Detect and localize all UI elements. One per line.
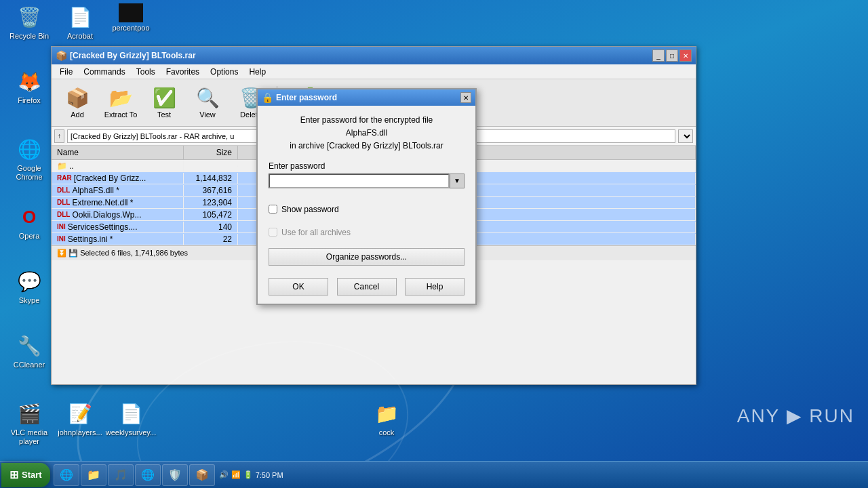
maximize-button[interactable]: □: [666, 49, 678, 62]
show-password-label[interactable]: Show password: [281, 205, 339, 214]
dialog-info: Enter password for the encrypted file Al…: [269, 114, 465, 153]
menu-bar: File Commands Tools Favorites Options He…: [52, 64, 696, 79]
anyrun-logo: ANY ▶ RUN: [737, 405, 854, 427]
dialog-body: Enter password for the encrypted file Al…: [258, 106, 475, 304]
dialog-buttons: OK Cancel Help: [269, 278, 465, 296]
winrar-title-icon: 📦: [56, 50, 67, 61]
vlc-icon[interactable]: 🎬 VLC media player: [5, 400, 53, 446]
show-password-row: Show password: [269, 205, 465, 214]
toolbar-view-button[interactable]: 🔍 View: [187, 84, 228, 121]
tray-volume-icon: 📶: [231, 470, 241, 479]
taskbar-media-button[interactable]: 🎵: [108, 464, 134, 486]
start-button[interactable]: ⊞ Start: [1, 463, 50, 487]
password-input[interactable]: [269, 174, 450, 188]
password-dropdown-button[interactable]: ▼: [450, 174, 465, 188]
dialog-icon: 🔒: [262, 92, 273, 103]
help-button[interactable]: Help: [405, 278, 465, 296]
organize-passwords-button[interactable]: Organize passwords...: [269, 248, 465, 266]
percentpoo-icon[interactable]: percentpoo: [107, 3, 155, 33]
johnplayer-icon[interactable]: 📝 johnplayers...: [56, 400, 104, 437]
window-controls: _ □ ✕: [652, 49, 692, 62]
password-label: Enter password: [269, 161, 465, 171]
minimize-button[interactable]: _: [652, 49, 665, 62]
media-icon: 🎵: [114, 468, 127, 481]
taskbar-ie-button[interactable]: 🌐: [54, 464, 79, 486]
cock-folder-icon[interactable]: 📁 cock: [363, 400, 410, 437]
weeklysurvey-icon[interactable]: 📄 weeklysurvey...: [107, 400, 155, 437]
chrome-taskbar-icon: 🌐: [141, 468, 155, 481]
acrobat-icon[interactable]: 📄 Acrobat: [56, 3, 104, 41]
address-up-button[interactable]: ↑: [54, 129, 64, 143]
password-dialog: 🔒 Enter password ✕ Enter password for th…: [256, 88, 477, 305]
ccleaner-icon[interactable]: 🔧 CCleaner: [5, 332, 53, 369]
menu-file[interactable]: File: [54, 66, 78, 78]
ie-icon: 🌐: [60, 468, 73, 481]
menu-favorites[interactable]: Favorites: [161, 66, 205, 78]
dialog-close-button[interactable]: ✕: [460, 92, 471, 103]
close-button[interactable]: ✕: [679, 49, 692, 62]
address-dropdown[interactable]: [678, 129, 693, 143]
dialog-info-line2: AlphaFS.dll: [269, 127, 465, 140]
start-label: Start: [22, 470, 42, 480]
menu-help[interactable]: Help: [243, 66, 271, 78]
toolbar-test-button[interactable]: ✅ Test: [144, 84, 184, 121]
explorer-icon: 📁: [87, 468, 100, 481]
use-for-all-label: Use for all archives: [281, 228, 351, 237]
security-icon: 🛡️: [168, 468, 182, 481]
menu-options[interactable]: Options: [205, 66, 243, 78]
tray-time: 7:50 PM: [256, 471, 283, 479]
windows-logo-icon: ⊞: [9, 468, 18, 481]
ok-button[interactable]: OK: [269, 278, 328, 296]
taskbar: ⊞ Start 🌐 📁 🎵 🌐 🛡️ 📦 🔊 📶 🔋 7:50 PM: [0, 461, 868, 488]
google-chrome-icon[interactable]: 🌐 Google Chrome: [5, 136, 53, 182]
firefox-icon[interactable]: 🦊 Firefox: [5, 68, 53, 105]
column-header-name[interactable]: Name: [52, 146, 184, 159]
taskbar-winrar-button[interactable]: 📦: [189, 464, 215, 486]
taskbar-pinned-apps: 🌐 📁 🎵 🌐 🛡️ 📦: [54, 462, 215, 488]
taskbar-chrome-button[interactable]: 🌐: [135, 464, 161, 486]
menu-commands[interactable]: Commands: [78, 66, 130, 78]
status-selected-text: Selected 6 files, 1,741,986 bytes: [80, 249, 188, 257]
dialog-info-line1: Enter password for the encrypted file: [269, 114, 465, 127]
recycle-bin-icon[interactable]: 🗑️ Recycle Bin: [5, 3, 53, 41]
tray-battery-icon: 🔋: [243, 470, 253, 479]
desktop: 🗑️ Recycle Bin 📄 Acrobat percentpoo 🦊 Fi…: [0, 0, 868, 461]
toolbar-extract-button[interactable]: 📂 Extract To: [100, 84, 141, 121]
skype-icon[interactable]: 💬 Skype: [5, 268, 53, 305]
menu-tools[interactable]: Tools: [131, 66, 161, 78]
taskbar-security-button[interactable]: 🛡️: [162, 464, 188, 486]
use-for-all-row: Use for all archives: [269, 228, 465, 237]
toolbar-add-button[interactable]: 📦 Add: [57, 84, 98, 121]
dialog-titlebar: 🔒 Enter password ✕: [258, 89, 475, 106]
dialog-info-line3: in archive [Cracked By Grizzly] BLTools.…: [269, 140, 465, 152]
cancel-button[interactable]: Cancel: [337, 278, 397, 296]
opera-icon[interactable]: O Opera: [5, 203, 53, 241]
dialog-title: Enter password: [276, 93, 460, 102]
winrar-titlebar: 📦 [Cracked By Grizzly] BLTools.rar _ □ ✕: [52, 47, 696, 64]
winrar-title-text: [Cracked By Grizzly] BLTools.rar: [70, 51, 650, 60]
status-icons: ⏬ 💾: [57, 249, 80, 257]
use-for-all-checkbox[interactable]: [269, 228, 277, 237]
tray-network-icon: 🔊: [219, 470, 229, 479]
column-header-size[interactable]: Size: [184, 146, 238, 159]
taskbar-explorer-button[interactable]: 📁: [81, 464, 106, 486]
winrar-taskbar-icon: 📦: [195, 468, 209, 481]
password-input-row: ▼: [269, 174, 465, 188]
show-password-checkbox[interactable]: [269, 205, 277, 214]
system-tray: 🔊 📶 🔋 7:50 PM: [215, 470, 288, 479]
